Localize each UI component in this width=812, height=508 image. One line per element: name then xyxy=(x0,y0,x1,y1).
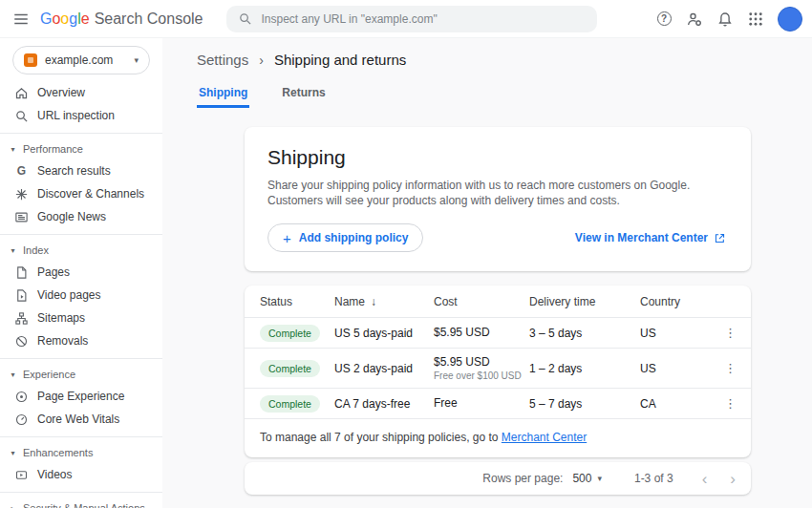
sidebar-item-label: Video pages xyxy=(37,288,101,302)
row-menu-cell: ⋮ xyxy=(715,394,743,413)
plus-icon: + xyxy=(283,230,291,246)
page-title: Shipping xyxy=(267,146,728,169)
divider xyxy=(0,234,162,235)
policy-cost-note: Free over $100 USD xyxy=(434,370,529,381)
column-header-delivery-time: Delivery time xyxy=(529,295,640,308)
add-shipping-policy-label: Add shipping policy xyxy=(299,231,409,244)
row-menu-button[interactable]: ⋮ xyxy=(717,359,743,377)
property-name: example.com xyxy=(45,53,126,67)
external-link-icon xyxy=(714,232,726,244)
breadcrumb-settings[interactable]: Settings xyxy=(197,52,248,68)
news-icon xyxy=(14,210,29,224)
tab-shipping[interactable]: Shipping xyxy=(197,82,249,108)
policy-delivery-time: 3 – 5 days xyxy=(529,327,640,340)
home-icon xyxy=(14,86,29,100)
rows-per-page-select[interactable]: 500 ▾ xyxy=(572,472,602,485)
policy-name: CA 7 days-free xyxy=(334,397,434,411)
divider xyxy=(0,492,162,493)
status-cell: Complete xyxy=(260,395,334,413)
row-menu-button[interactable]: ⋮ xyxy=(717,324,743,342)
policy-cost-cell: $5.95 USD Free over $100 USD xyxy=(434,355,529,381)
table-footer-note: To manage all 7 of your shipping policie… xyxy=(245,419,751,456)
status-cell: Complete xyxy=(260,325,334,342)
sidebar-item-label: Videos xyxy=(37,468,72,481)
hamburger-icon xyxy=(12,11,30,28)
logo-letter: o xyxy=(60,11,69,28)
chevron-down-icon: ▾ xyxy=(9,145,17,154)
sitemap-icon xyxy=(14,311,29,326)
policy-cost: $5.95 USD xyxy=(434,355,529,369)
sidebar-item-overview[interactable]: Overview xyxy=(0,81,162,104)
divider xyxy=(0,436,162,437)
table-row[interactable]: Complete US 5 days-paid $5.95 USD 3 – 5 … xyxy=(245,318,751,349)
sidebar-item-discover[interactable]: Discover & Channels xyxy=(0,182,162,205)
column-header-status: Status xyxy=(260,295,334,308)
sidebar: example.com ▾ Overview URL inspection ▾ … xyxy=(0,38,162,508)
table-row[interactable]: Complete US 2 days-paid $5.95 USD Free o… xyxy=(245,349,751,389)
sidebar-item-videos[interactable]: Videos xyxy=(0,463,162,486)
sidebar-item-pages[interactable]: Pages xyxy=(0,261,162,284)
card-actions: + Add shipping policy View in Merchant C… xyxy=(267,223,728,252)
account-avatar[interactable] xyxy=(778,7,802,32)
sidebar-item-video-pages[interactable]: Video pages xyxy=(0,284,162,307)
url-inspection-input[interactable] xyxy=(261,12,586,26)
sidebar-item-search-results[interactable]: G Search results xyxy=(0,159,162,182)
sort-desc-icon[interactable]: ↓ xyxy=(371,295,376,308)
top-app-bar: Google Search Console ? xyxy=(0,0,812,38)
view-in-merchant-center-link[interactable]: View in Merchant Center xyxy=(575,231,726,244)
column-header-cost: Cost xyxy=(434,295,529,308)
section-label: Enhancements xyxy=(23,447,93,458)
merchant-center-link[interactable]: Merchant Center xyxy=(502,431,587,444)
column-header-label: Name xyxy=(334,295,365,308)
table-row[interactable]: Complete CA 7 days-free Free 5 – 7 days … xyxy=(245,389,751,419)
policy-country: US xyxy=(640,362,715,375)
tab-returns[interactable]: Returns xyxy=(280,82,327,108)
pagination-bar: Rows per page: 500 ▾ 1-3 of 3 ‹ › xyxy=(245,462,751,495)
sidebar-item-url-inspection[interactable]: URL inspection xyxy=(0,104,162,127)
status-cell: Complete xyxy=(260,360,334,377)
sidebar-section-experience[interactable]: ▾ Experience xyxy=(0,364,162,385)
add-shipping-policy-button[interactable]: + Add shipping policy xyxy=(267,223,423,252)
chevron-down-icon: ▾ xyxy=(597,474,602,483)
rows-per-page-value: 500 xyxy=(572,472,591,485)
footer-note-text: To manage all 7 of your shipping policie… xyxy=(260,431,502,444)
policy-name: US 5 days-paid xyxy=(334,327,434,340)
url-inspection-searchbar[interactable] xyxy=(226,6,597,32)
row-menu-button[interactable]: ⋮ xyxy=(717,394,743,413)
discover-icon xyxy=(14,187,29,201)
sidebar-item-sitemaps[interactable]: Sitemaps xyxy=(0,307,162,329)
divider xyxy=(0,133,162,134)
sidebar-item-page-experience[interactable]: Page Experience xyxy=(0,385,162,408)
sidebar-item-core-web-vitals[interactable]: Core Web Vitals xyxy=(0,408,162,431)
sidebar-section-performance[interactable]: ▾ Performance xyxy=(0,138,162,159)
description-line: Customers will see your products along w… xyxy=(267,193,728,208)
sidebar-item-label: Overview xyxy=(37,86,85,99)
help-button[interactable]: ? xyxy=(649,4,679,34)
policy-delivery-time: 5 – 7 days xyxy=(529,397,640,411)
sidebar-section-index[interactable]: ▾ Index xyxy=(0,240,162,261)
previous-page-button[interactable]: ‹ xyxy=(700,471,710,487)
user-settings-button[interactable] xyxy=(679,4,710,34)
breadcrumb: Settings › Shipping and returns xyxy=(197,52,812,68)
merchant-link-label: View in Merchant Center xyxy=(575,231,708,244)
chevron-down-icon: ▾ xyxy=(9,370,17,379)
sidebar-item-google-news[interactable]: Google News xyxy=(0,205,162,228)
sidebar-item-label: Core Web Vitals xyxy=(37,413,119,426)
sidebar-item-removals[interactable]: Removals xyxy=(0,329,162,352)
next-page-button[interactable]: › xyxy=(728,471,737,487)
property-selector[interactable]: example.com ▾ xyxy=(12,46,150,74)
search-icon xyxy=(14,109,29,123)
product-name: Search Console xyxy=(95,11,203,28)
rows-per-page-label: Rows per page: xyxy=(482,472,563,485)
shipping-info-card: Shipping Share your shipping policy info… xyxy=(245,127,751,271)
app-logo[interactable]: Google Search Console xyxy=(40,11,203,28)
notifications-button[interactable] xyxy=(710,4,740,34)
main-menu-button[interactable] xyxy=(6,4,36,34)
bell-icon xyxy=(716,11,734,28)
sidebar-section-security[interactable]: ▸ Security & Manual Actions xyxy=(0,497,162,508)
apps-grid-icon xyxy=(747,11,764,28)
sidebar-section-enhancements[interactable]: ▾ Enhancements xyxy=(0,442,162,463)
videos-icon xyxy=(14,468,29,482)
apps-button[interactable] xyxy=(740,4,771,34)
column-header-name[interactable]: Name↓ xyxy=(334,295,434,308)
